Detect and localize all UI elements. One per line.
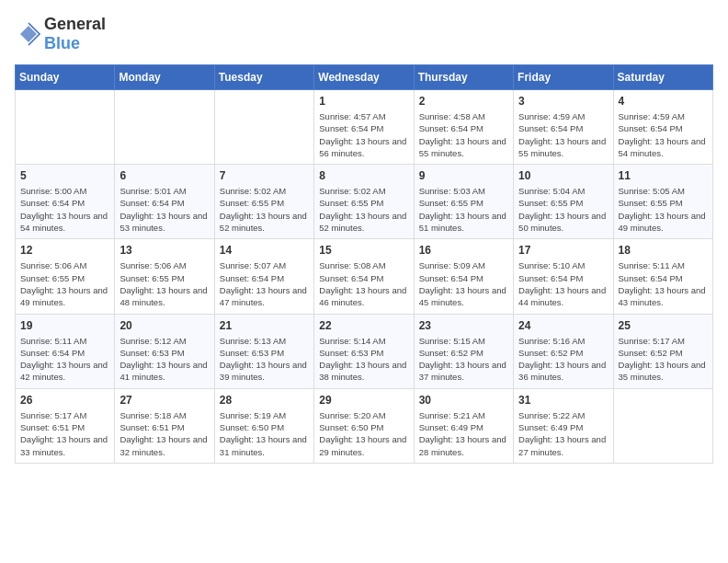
calendar-cell: 28Sunrise: 5:19 AM Sunset: 6:50 PM Dayli… — [214, 388, 313, 463]
day-info: Sunrise: 5:08 AM Sunset: 6:54 PM Dayligh… — [319, 259, 408, 308]
page-header: General Blue — [15, 15, 713, 53]
calendar-week-row: 1Sunrise: 4:57 AM Sunset: 6:54 PM Daylig… — [16, 90, 713, 165]
calendar-cell: 7Sunrise: 5:02 AM Sunset: 6:55 PM Daylig… — [214, 165, 313, 239]
day-info: Sunrise: 5:00 AM Sunset: 6:54 PM Dayligh… — [20, 185, 109, 234]
day-info: Sunrise: 5:17 AM Sunset: 6:52 PM Dayligh… — [619, 335, 708, 384]
day-info: Sunrise: 4:59 AM Sunset: 6:54 PM Dayligh… — [518, 110, 608, 159]
calendar-cell: 24Sunrise: 5:16 AM Sunset: 6:52 PM Dayli… — [514, 314, 613, 388]
day-info: Sunrise: 5:01 AM Sunset: 6:54 PM Dayligh… — [119, 185, 209, 234]
logo-icon — [15, 20, 42, 48]
calendar-cell: 5Sunrise: 5:00 AM Sunset: 6:54 PM Daylig… — [16, 165, 115, 239]
day-number: 9 — [419, 169, 508, 182]
day-number: 22 — [319, 319, 408, 332]
day-number: 4 — [619, 95, 708, 108]
day-number: 21 — [220, 319, 309, 332]
calendar-header: SundayMondayTuesdayWednesdayThursdayFrid… — [16, 65, 713, 90]
calendar-cell: 23Sunrise: 5:15 AM Sunset: 6:52 PM Dayli… — [414, 314, 513, 388]
calendar-cell: 22Sunrise: 5:14 AM Sunset: 6:53 PM Dayli… — [314, 314, 414, 388]
calendar-cell: 11Sunrise: 5:05 AM Sunset: 6:55 PM Dayli… — [613, 165, 712, 239]
day-info: Sunrise: 5:15 AM Sunset: 6:52 PM Dayligh… — [419, 335, 508, 384]
calendar-table: SundayMondayTuesdayWednesdayThursdayFrid… — [15, 64, 713, 464]
day-info: Sunrise: 5:14 AM Sunset: 6:53 PM Dayligh… — [319, 335, 408, 384]
calendar-cell: 9Sunrise: 5:03 AM Sunset: 6:55 PM Daylig… — [414, 165, 513, 239]
day-info: Sunrise: 5:16 AM Sunset: 6:52 PM Dayligh… — [518, 335, 608, 384]
day-info: Sunrise: 5:06 AM Sunset: 6:55 PM Dayligh… — [20, 259, 109, 308]
day-info: Sunrise: 5:06 AM Sunset: 6:55 PM Dayligh… — [119, 259, 209, 308]
weekday-header: Tuesday — [214, 65, 313, 90]
day-number: 5 — [20, 169, 109, 182]
calendar-cell: 10Sunrise: 5:04 AM Sunset: 6:55 PM Dayli… — [514, 165, 613, 239]
calendar-week-row: 5Sunrise: 5:00 AM Sunset: 6:54 PM Daylig… — [16, 165, 713, 239]
day-number: 30 — [419, 394, 508, 407]
calendar-cell: 3Sunrise: 4:59 AM Sunset: 6:54 PM Daylig… — [514, 90, 613, 165]
day-info: Sunrise: 4:57 AM Sunset: 6:54 PM Dayligh… — [319, 110, 408, 159]
day-number: 27 — [119, 394, 209, 407]
calendar-week-row: 19Sunrise: 5:11 AM Sunset: 6:54 PM Dayli… — [16, 314, 713, 388]
calendar-cell: 12Sunrise: 5:06 AM Sunset: 6:55 PM Dayli… — [16, 239, 115, 314]
calendar-cell — [613, 388, 712, 463]
calendar-cell: 16Sunrise: 5:09 AM Sunset: 6:54 PM Dayli… — [414, 239, 513, 314]
calendar-week-row: 26Sunrise: 5:17 AM Sunset: 6:51 PM Dayli… — [16, 388, 713, 463]
day-info: Sunrise: 5:19 AM Sunset: 6:50 PM Dayligh… — [220, 409, 309, 458]
calendar-cell: 2Sunrise: 4:58 AM Sunset: 6:54 PM Daylig… — [414, 90, 513, 165]
day-number: 14 — [220, 244, 309, 257]
day-number: 19 — [20, 319, 109, 332]
day-info: Sunrise: 5:11 AM Sunset: 6:54 PM Dayligh… — [619, 259, 708, 308]
day-info: Sunrise: 5:21 AM Sunset: 6:49 PM Dayligh… — [419, 409, 508, 458]
day-info: Sunrise: 5:22 AM Sunset: 6:49 PM Dayligh… — [518, 409, 608, 458]
day-number: 25 — [619, 319, 708, 332]
calendar-cell: 14Sunrise: 5:07 AM Sunset: 6:54 PM Dayli… — [214, 239, 313, 314]
day-number: 10 — [518, 169, 608, 182]
day-number: 12 — [20, 244, 109, 257]
weekday-header: Saturday — [613, 65, 712, 90]
day-number: 31 — [518, 394, 608, 407]
weekday-header: Friday — [514, 65, 613, 90]
calendar-cell: 29Sunrise: 5:20 AM Sunset: 6:50 PM Dayli… — [314, 388, 414, 463]
logo: General Blue — [15, 15, 106, 53]
day-number: 16 — [419, 244, 508, 257]
calendar-cell: 27Sunrise: 5:18 AM Sunset: 6:51 PM Dayli… — [115, 388, 214, 463]
day-info: Sunrise: 5:10 AM Sunset: 6:54 PM Dayligh… — [518, 259, 608, 308]
day-number: 20 — [119, 319, 209, 332]
calendar-cell: 26Sunrise: 5:17 AM Sunset: 6:51 PM Dayli… — [16, 388, 115, 463]
day-info: Sunrise: 5:02 AM Sunset: 6:55 PM Dayligh… — [319, 185, 408, 234]
logo-blue: Blue — [44, 34, 80, 52]
weekday-header: Monday — [115, 65, 214, 90]
weekday-header: Wednesday — [314, 65, 414, 90]
day-info: Sunrise: 4:59 AM Sunset: 6:54 PM Dayligh… — [619, 110, 708, 159]
day-number: 7 — [220, 169, 309, 182]
day-info: Sunrise: 5:09 AM Sunset: 6:54 PM Dayligh… — [419, 259, 508, 308]
logo-general: General — [44, 15, 106, 33]
calendar-cell: 30Sunrise: 5:21 AM Sunset: 6:49 PM Dayli… — [414, 388, 513, 463]
calendar-body: 1Sunrise: 4:57 AM Sunset: 6:54 PM Daylig… — [16, 90, 713, 464]
day-number: 15 — [319, 244, 408, 257]
calendar-cell — [16, 90, 115, 165]
calendar-cell: 15Sunrise: 5:08 AM Sunset: 6:54 PM Dayli… — [314, 239, 414, 314]
weekday-header: Thursday — [414, 65, 513, 90]
day-number: 18 — [619, 244, 708, 257]
day-number: 28 — [220, 394, 309, 407]
day-number: 11 — [619, 169, 708, 182]
calendar-cell: 4Sunrise: 4:59 AM Sunset: 6:54 PM Daylig… — [613, 90, 712, 165]
day-number: 23 — [419, 319, 508, 332]
day-number: 2 — [419, 95, 508, 108]
calendar-cell: 13Sunrise: 5:06 AM Sunset: 6:55 PM Dayli… — [115, 239, 214, 314]
day-number: 3 — [518, 95, 608, 108]
weekday-header: Sunday — [16, 65, 115, 90]
day-info: Sunrise: 5:02 AM Sunset: 6:55 PM Dayligh… — [220, 185, 309, 234]
day-info: Sunrise: 5:11 AM Sunset: 6:54 PM Dayligh… — [20, 335, 109, 384]
day-info: Sunrise: 5:20 AM Sunset: 6:50 PM Dayligh… — [319, 409, 408, 458]
day-info: Sunrise: 5:17 AM Sunset: 6:51 PM Dayligh… — [20, 409, 109, 458]
calendar-cell: 1Sunrise: 4:57 AM Sunset: 6:54 PM Daylig… — [314, 90, 414, 165]
calendar-cell: 17Sunrise: 5:10 AM Sunset: 6:54 PM Dayli… — [514, 239, 613, 314]
calendar-cell: 21Sunrise: 5:13 AM Sunset: 6:53 PM Dayli… — [214, 314, 313, 388]
day-number: 13 — [119, 244, 209, 257]
day-info: Sunrise: 5:18 AM Sunset: 6:51 PM Dayligh… — [119, 409, 209, 458]
calendar-cell — [214, 90, 313, 165]
day-info: Sunrise: 5:12 AM Sunset: 6:53 PM Dayligh… — [119, 335, 209, 384]
calendar-cell: 18Sunrise: 5:11 AM Sunset: 6:54 PM Dayli… — [613, 239, 712, 314]
calendar-cell: 20Sunrise: 5:12 AM Sunset: 6:53 PM Dayli… — [115, 314, 214, 388]
day-number: 29 — [319, 394, 408, 407]
day-info: Sunrise: 4:58 AM Sunset: 6:54 PM Dayligh… — [419, 110, 508, 159]
day-number: 6 — [119, 169, 209, 182]
